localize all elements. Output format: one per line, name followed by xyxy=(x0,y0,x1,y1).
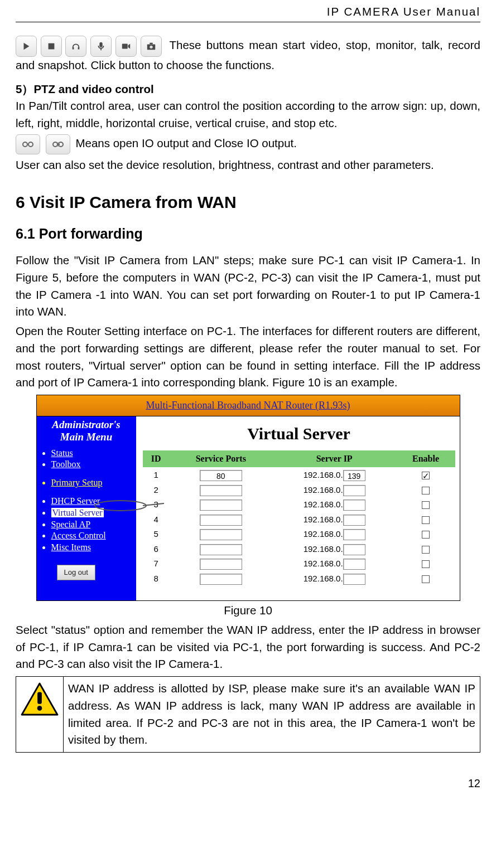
server-ip-input[interactable] xyxy=(343,529,365,540)
service-port-input[interactable] xyxy=(200,529,242,540)
server-ip-input[interactable] xyxy=(343,544,365,555)
enable-checkbox[interactable] xyxy=(422,575,430,583)
virtual-server-table: ID Service Ports Server IP Enable 180192… xyxy=(143,450,455,586)
svg-marker-0 xyxy=(24,42,30,50)
sidebar-item-toolbox[interactable]: Toolbox xyxy=(51,459,132,471)
io-line: Means open IO output and Close IO output… xyxy=(16,134,480,154)
chapter-title: 6 Visit IP Camera from WAN xyxy=(16,190,480,215)
row-id: 1 xyxy=(143,468,170,483)
logout-button[interactable]: Log out xyxy=(57,565,95,580)
section5-title: 5）PTZ and video control xyxy=(16,81,480,98)
router-titlebar: Multi-Functional Broadband NAT Router (R… xyxy=(37,395,460,416)
col-ip: Server IP xyxy=(272,450,397,468)
enable-checkbox[interactable] xyxy=(422,516,430,524)
io-close-icon xyxy=(46,134,70,154)
table-row: 6192.168.0. xyxy=(143,542,455,557)
table-row: 4192.168.0. xyxy=(143,512,455,527)
sidebar-item-misc[interactable]: Misc Items xyxy=(51,542,132,554)
ip-prefix: 192.168.0. xyxy=(304,470,343,479)
section61-p2: Open the Router Setting interface on PC-… xyxy=(16,323,480,391)
snapshot-icon xyxy=(141,36,162,57)
svg-point-8 xyxy=(28,142,33,147)
warning-text: WAN IP address is allotted by ISP, pleas… xyxy=(64,677,480,753)
sidebar-item-virtual-label: Virtual Server xyxy=(51,508,104,517)
after-figure-p1: Select "status" option and remember the … xyxy=(16,622,480,673)
enable-checkbox[interactable] xyxy=(422,501,430,509)
doc-title: IP CAMERA User Manual xyxy=(327,5,480,18)
row-id: 6 xyxy=(143,542,170,557)
record-icon xyxy=(115,36,137,57)
server-ip-input[interactable] xyxy=(343,500,365,511)
sidebar-item-dhcp[interactable]: DHCP Server xyxy=(51,496,132,507)
service-port-input[interactable] xyxy=(200,485,242,496)
ip-prefix: 192.168.0. xyxy=(304,500,343,509)
page-number: 12 xyxy=(16,775,480,792)
router-screenshot: Multi-Functional Broadband NAT Router (R… xyxy=(36,395,460,601)
svg-rect-1 xyxy=(48,43,54,49)
stop-icon xyxy=(41,36,62,57)
play-icon xyxy=(16,36,37,57)
sidebar-item-virtual-server[interactable]: Virtual Server xyxy=(51,507,132,519)
row-id: 7 xyxy=(143,556,170,571)
server-ip-input[interactable] xyxy=(343,485,365,496)
row-id: 4 xyxy=(143,512,170,527)
warning-box: WAN IP address is allotted by ISP, pleas… xyxy=(16,676,480,753)
page-header: IP CAMERA User Manual xyxy=(16,0,480,22)
toolbar-icons xyxy=(16,36,162,57)
enable-checkbox[interactable] xyxy=(422,560,430,568)
col-id: ID xyxy=(143,450,170,468)
warning-icon xyxy=(21,682,59,716)
ip-prefix: 192.168.0. xyxy=(304,559,343,568)
row-id: 5 xyxy=(143,527,170,542)
enable-checkbox[interactable] xyxy=(422,546,430,554)
svg-rect-16 xyxy=(37,692,42,704)
server-ip-input[interactable]: 139 xyxy=(343,470,365,481)
router-sidebar-title-l1: Administrator's xyxy=(52,419,121,430)
service-port-input[interactable] xyxy=(200,500,242,511)
microphone-icon xyxy=(90,36,112,57)
router-sidebar: Administrator's Main Menu Status Toolbox… xyxy=(37,416,136,600)
sidebar-item-special-ap[interactable]: Special AP xyxy=(51,519,132,531)
service-port-input[interactable]: 80 xyxy=(200,470,242,481)
sidebar-item-status[interactable]: Status xyxy=(51,448,132,459)
sidebar-item-primary-setup[interactable]: Primary Setup xyxy=(51,477,132,489)
service-port-input[interactable] xyxy=(200,515,242,526)
svg-point-7 xyxy=(23,142,27,147)
col-ports: Service Ports xyxy=(170,450,272,468)
io-open-icon xyxy=(16,134,40,154)
ip-prefix: 192.168.0. xyxy=(304,574,343,583)
service-port-input[interactable] xyxy=(200,544,242,555)
svg-rect-2 xyxy=(122,43,128,49)
table-row: 7192.168.0. xyxy=(143,556,455,571)
figure-caption: Figure 10 xyxy=(16,602,480,619)
ip-prefix: 192.168.0. xyxy=(304,485,343,494)
section5-p2: User can also set the device resolution,… xyxy=(16,157,480,174)
server-ip-input[interactable] xyxy=(343,559,365,570)
table-row: 180192.168.0.139 xyxy=(143,468,455,483)
enable-checkbox[interactable] xyxy=(422,472,430,479)
router-sidebar-title: Administrator's Main Menu xyxy=(41,419,132,443)
enable-checkbox[interactable] xyxy=(422,531,430,539)
router-sidebar-title-l2: Main Menu xyxy=(60,431,112,443)
row-id: 2 xyxy=(143,483,170,498)
server-ip-input[interactable] xyxy=(343,515,365,526)
table-row: 8192.168.0. xyxy=(143,571,455,586)
router-main-heading: Virtual Server xyxy=(143,421,455,446)
table-row: 5192.168.0. xyxy=(143,527,455,542)
row-id: 8 xyxy=(143,571,170,586)
col-enable: Enable xyxy=(397,450,455,468)
warning-icon-cell xyxy=(16,677,64,753)
enable-checkbox[interactable] xyxy=(422,487,430,494)
server-ip-input[interactable] xyxy=(343,574,365,585)
sidebar-item-access-control[interactable]: Access Control xyxy=(51,530,132,542)
table-row: 3192.168.0. xyxy=(143,497,455,512)
service-port-input[interactable] xyxy=(200,574,242,585)
table-row: 2192.168.0. xyxy=(143,483,455,498)
section61-p1: Follow the "Visit IP Camera from LAN" st… xyxy=(16,252,480,321)
intro-paragraph: These buttons mean start video, stop, mo… xyxy=(16,36,480,74)
ip-prefix: 192.168.0. xyxy=(304,529,343,539)
row-id: 3 xyxy=(143,497,170,512)
svg-point-17 xyxy=(37,706,42,711)
service-port-input[interactable] xyxy=(200,559,242,570)
ip-prefix: 192.168.0. xyxy=(304,544,343,554)
